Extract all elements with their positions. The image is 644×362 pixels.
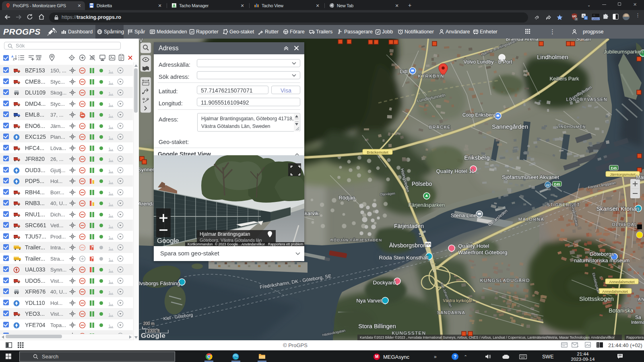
svg-text:naturhistoriska museum: naturhistoriska museum <box>574 257 630 263</box>
svg-text:1222J: 1222J <box>592 17 599 20</box>
svg-text:E45: E45 <box>554 182 560 186</box>
svg-text:MAJORNA: MAJORNA <box>518 217 544 222</box>
svg-text:KUNGSSTEN: KUNGSSTEN <box>392 331 426 335</box>
svg-text:a: a <box>585 16 587 19</box>
svg-text:Älvsborgsbron: Älvsborgsbron <box>389 242 427 249</box>
svg-text:Sultan: Sultan <box>576 39 591 42</box>
svg-text:Användarvillkor: Användarvillkor <box>242 242 265 246</box>
svg-text:Stora Billingen: Stora Billingen <box>358 323 396 329</box>
svg-text:Röda Sten Konsthall: Röda Sten Konsthall <box>379 255 428 261</box>
svg-text:Arenda: Arenda <box>138 201 155 207</box>
svg-text:OLIVEDAL: OLIVEDAL <box>612 222 637 227</box>
svg-text:Eriksberg: Eriksberg <box>464 154 489 161</box>
svg-text:Färjestaden: Färjestaden <box>394 223 424 229</box>
svg-text:Waterfront Göteborg: Waterfront Göteborg <box>458 249 508 255</box>
svg-text:Sjöfartsmuseet Akvariet: Sjöfartsmuseet Akvariet <box>502 174 559 180</box>
svg-text:All: All <box>36 57 41 61</box>
svg-text:BRÄCKE: BRÄCKE <box>429 125 451 130</box>
svg-text:Annedalsmotet: Annedalsmotet <box>602 289 628 294</box>
svg-text:Dockyard: Dockyard <box>373 280 396 286</box>
svg-text:UO: UO <box>572 15 577 18</box>
svg-text:Skansen Kronan: Skansen Kronan <box>596 206 639 212</box>
svg-text:Järntorgsmotet: Järntorgsmotet <box>610 172 636 177</box>
svg-text:Z: Z <box>13 58 15 61</box>
svg-text:Coop Eriksberg: Coop Eriksberg <box>462 112 496 118</box>
svg-text:E45: E45 <box>611 166 617 170</box>
svg-text:2: 2 <box>80 112 82 114</box>
svg-text:Älvsborgs Fästning: Älvsborgs Fästning <box>137 280 180 286</box>
svg-text:Rapportera ett problem: Rapportera ett problem <box>268 242 303 246</box>
svg-text:Hjalmar Brantingsgatan: Hjalmar Brantingsgatan <box>200 231 250 237</box>
svg-text:Kortkommandon: Kortkommandon <box>188 242 213 246</box>
svg-text:Keillers Park: Keillers Park <box>550 76 579 82</box>
svg-text:Jubileumsparken: Jubileumsparken <box>604 49 643 55</box>
svg-text:Rödjan: Rödjan <box>339 195 355 201</box>
svg-text:Quality Hotel 11: Quality Hotel 11 <box>436 168 474 174</box>
svg-text:Botaniska: Botaniska <box>609 307 634 314</box>
svg-text:Volvo Lundby - B Port: Volvo Lundby - B Port <box>464 59 512 65</box>
svg-text:Lidl: Lidl <box>400 69 408 74</box>
svg-text:KYRKBYN: KYRKBYN <box>418 74 444 78</box>
svg-text:Nya Varvet: Nya Varvet <box>356 298 382 304</box>
svg-text:LINDHOLMEN: LINDHOLMEN <box>557 124 586 129</box>
svg-text:Lindholmen: Lindholmen <box>537 53 568 60</box>
svg-text:Stena Line: Stena Line <box>451 212 477 218</box>
svg-text:V: V <box>139 39 143 43</box>
svg-text:Sannegården: Sannegården <box>492 123 528 130</box>
svg-text:Slottsskogen: Slottsskogen <box>579 295 614 302</box>
svg-text:ANG: ANG <box>638 297 644 302</box>
svg-text:Västra kyrkogår...: Västra kyrkogår... <box>443 298 476 303</box>
svg-text:Bräckemotet: Bräckemotet <box>367 150 388 154</box>
svg-text:Internation: Internation <box>631 320 644 325</box>
svg-text:Färjenäsparken: Färjenäsparken <box>409 202 445 208</box>
svg-text:Quality Hotel: Quality Hotel <box>458 243 489 249</box>
svg-text:© 2023 Google: © 2023 Google <box>215 242 238 246</box>
svg-text:22: 22 <box>546 183 550 187</box>
svg-text:Synner: Synner <box>138 167 155 173</box>
svg-text:KUNGSLADUGÅRD: KUNGSLADUGÅRD <box>480 278 530 283</box>
svg-text:Pölsebo: Pölsebo <box>412 181 432 187</box>
svg-text:Maritiman: Maritiman <box>636 174 644 180</box>
svg-text:Sa: Sa <box>635 315 641 320</box>
svg-text:Göteborgs: Göteborgs <box>590 251 614 257</box>
svg-text:Annedalsmotet: Annedalsmotet <box>609 280 635 284</box>
svg-text:RÖDJAN-FÄRJESTADEN: RÖDJAN-FÄRJESTADEN <box>330 238 382 242</box>
svg-text:SANDARNA: SANDARNA <box>437 310 465 315</box>
svg-text:Google: Google <box>157 237 179 245</box>
